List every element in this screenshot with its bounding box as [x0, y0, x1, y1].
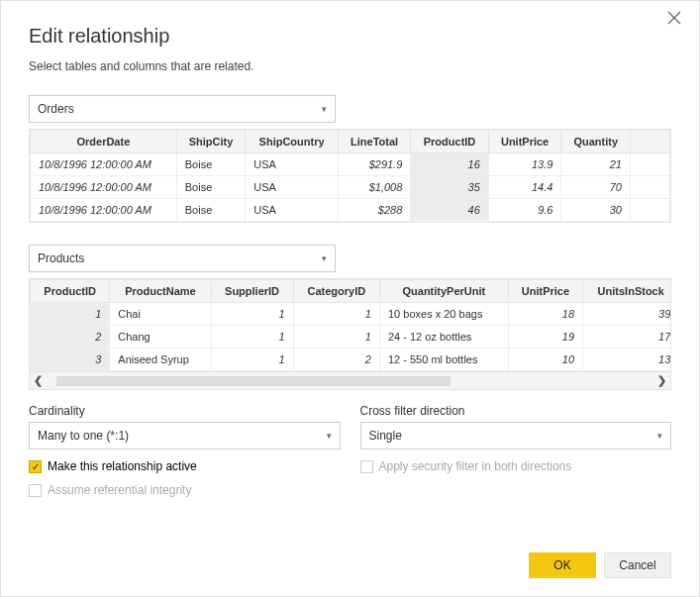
col-header[interactable]: ProductName — [110, 280, 211, 303]
crossfilter-select[interactable]: Single ▾ — [360, 422, 672, 449]
table2-select[interactable]: Products ▾ — [29, 245, 336, 272]
active-checkbox-label: Make this relationship active — [48, 459, 197, 473]
col-header[interactable]: UnitPrice — [488, 131, 561, 153]
dialog-footer: OK Cancel — [529, 552, 671, 578]
col-header[interactable]: ProductID — [411, 131, 488, 153]
checkbox-icon — [29, 484, 42, 497]
cardinality-value: Many to one (*:1) — [38, 429, 129, 443]
table-row[interactable]: 10/8/1996 12:00:00 AM Boise USA $291.9 1… — [31, 153, 670, 176]
edit-relationship-dialog: Edit relationship Select tables and colu… — [0, 0, 700, 597]
table1-select[interactable]: Orders ▾ — [29, 95, 336, 123]
table-row[interactable]: 1 Chai 1 1 10 boxes x 20 bags 18 39 — [31, 303, 671, 326]
chevron-down-icon: ▾ — [657, 431, 662, 441]
security-checkbox-label: Apply security filter in both directions — [379, 459, 572, 473]
col-header[interactable]: UnitsInStock — [583, 280, 670, 303]
dialog-title: Edit relationship — [29, 25, 671, 48]
col-header[interactable]: Quantity — [561, 131, 631, 153]
table-row[interactable]: 10/8/1996 12:00:00 AM Boise USA $288 46 … — [31, 199, 670, 222]
col-header[interactable]: CategoryID — [293, 280, 379, 303]
integrity-checkbox-row: Assume referential integrity — [29, 483, 341, 497]
chevron-down-icon: ▾ — [327, 431, 332, 441]
scroll-right-icon[interactable]: ❯ — [657, 374, 666, 387]
security-checkbox-row: Apply security filter in both directions — [360, 459, 672, 473]
active-checkbox-row[interactable]: ✓ Make this relationship active — [29, 459, 341, 473]
col-header[interactable]: UnitPrice — [508, 280, 582, 303]
scroll-thumb[interactable] — [56, 376, 450, 386]
col-header[interactable]: SupplierID — [211, 280, 293, 303]
cardinality-label: Cardinality — [29, 404, 341, 418]
checkbox-checked-icon[interactable]: ✓ — [29, 460, 42, 473]
table2-preview: ProductID ProductName SupplierID Categor… — [29, 278, 671, 390]
chevron-down-icon: ▾ — [322, 253, 327, 263]
table-row[interactable]: 3 Aniseed Syrup 1 2 12 - 550 ml bottles … — [31, 348, 671, 371]
col-header[interactable]: ShipCity — [176, 131, 246, 153]
cancel-button[interactable]: Cancel — [604, 552, 671, 578]
close-icon[interactable] — [667, 11, 687, 31]
col-header[interactable]: OrderDate — [31, 131, 177, 153]
col-header[interactable]: LineTotal — [338, 131, 410, 153]
checkbox-icon — [360, 460, 373, 473]
col-header[interactable]: ProductID — [31, 280, 110, 303]
crossfilter-label: Cross filter direction — [360, 404, 672, 418]
col-header[interactable]: ShipCountry — [246, 131, 339, 153]
scroll-left-icon[interactable]: ❮ — [34, 374, 43, 387]
ok-button[interactable]: OK — [529, 552, 596, 578]
table-row[interactable]: 10/8/1996 12:00:00 AM Boise USA $1,008 3… — [31, 176, 670, 199]
col-header[interactable]: QuantityPerUnit — [379, 280, 508, 303]
cardinality-select[interactable]: Many to one (*:1) ▾ — [29, 422, 341, 449]
table1-select-value: Orders — [38, 102, 74, 116]
dialog-subtitle: Select tables and columns that are relat… — [29, 59, 671, 73]
integrity-checkbox-label: Assume referential integrity — [48, 483, 191, 497]
table1-preview: OrderDate ShipCity ShipCountry LineTotal… — [29, 129, 671, 223]
horizontal-scrollbar[interactable]: ❮ ❯ — [30, 371, 670, 389]
table-row[interactable]: 2 Chang 1 1 24 - 12 oz bottles 19 17 — [31, 326, 671, 348]
crossfilter-value: Single — [369, 429, 402, 443]
chevron-down-icon: ▾ — [322, 104, 327, 114]
table2-select-value: Products — [38, 251, 84, 265]
